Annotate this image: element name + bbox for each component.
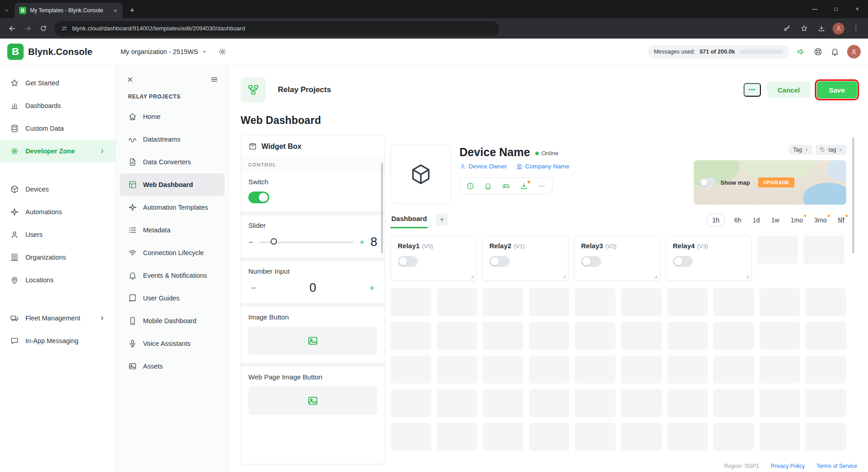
tab-dashboard[interactable]: Dashboard [390, 215, 428, 228]
browser-tab[interactable]: B My Templates - Blynk.Console × [15, 3, 123, 18]
template-nav-item-datastreams[interactable]: Datastreams [120, 128, 225, 151]
template-nav-item-data-converters[interactable]: Data Converters [120, 151, 225, 173]
widget-switch[interactable]: Switch [241, 172, 385, 211]
password-key-icon[interactable] [779, 21, 794, 36]
time-range-3mo[interactable]: 3mo [813, 214, 829, 226]
back-icon[interactable] [5, 21, 20, 36]
sidebar-item-custom-data[interactable]: Custom Data [0, 117, 116, 140]
device-owner-link[interactable]: Device Owner [459, 163, 507, 170]
refresh-icon[interactable] [35, 21, 51, 36]
sidebar-item-automations[interactable]: Automations [0, 201, 116, 223]
canvas-scrollbar[interactable] [852, 138, 854, 253]
more-actions-button[interactable]: ••• [744, 83, 761, 97]
template-nav-item-assets[interactable]: Assets [120, 355, 225, 378]
widget-box-scrollbar[interactable] [381, 162, 383, 253]
resize-handle[interactable] [745, 274, 750, 279]
sidebar-item-devices[interactable]: Devices [0, 178, 116, 201]
sidebar-item-developer-zone[interactable]: Developer Zone [0, 140, 116, 162]
sidebar-item-users[interactable]: Users [0, 223, 116, 246]
user-avatar[interactable] [847, 45, 861, 59]
time-range-1h[interactable]: 1h [707, 214, 725, 226]
bookmark-star-icon[interactable] [796, 21, 812, 36]
widget-card-relay2[interactable]: Relay2(V1) [482, 236, 568, 281]
menu-icon[interactable] [210, 75, 218, 84]
tag-chip[interactable]: tag× [816, 145, 846, 155]
firmware-download-icon[interactable] [520, 182, 528, 190]
widget-card-relay4[interactable]: Relay4(V3) [666, 236, 752, 281]
widget-webpage-image-button[interactable]: Web Page Image Button [241, 363, 385, 423]
widget-image-button[interactable]: Image Button [241, 303, 385, 363]
slider-plus-icon[interactable]: + [360, 238, 365, 246]
time-range-1d[interactable]: 1d [751, 214, 762, 226]
device-control-icon[interactable] [502, 182, 510, 190]
time-range-1w[interactable]: 1w [769, 214, 781, 226]
help-lifebuoy-icon[interactable] [814, 47, 823, 56]
show-map-toggle[interactable] [700, 178, 716, 187]
template-nav-item-metadata[interactable]: Metadata [120, 219, 225, 241]
template-nav-item-automation-templates[interactable]: Automation Templates [120, 196, 225, 219]
time-filter-sliders-icon[interactable] [836, 214, 846, 226]
forward-icon[interactable] [20, 21, 35, 36]
company-name-link[interactable]: Company Name [516, 163, 570, 170]
org-selector[interactable]: My organization - 2515WS [121, 48, 208, 55]
remove-tag-icon[interactable]: × [805, 147, 808, 152]
widget-number-input[interactable]: Number Input − 0 + [241, 257, 385, 303]
maximize-button[interactable]: □ [825, 0, 847, 18]
close-icon[interactable] [126, 76, 134, 84]
site-settings-icon[interactable] [61, 25, 68, 32]
terms-of-service-link[interactable]: Terms of Service [817, 463, 857, 469]
template-nav-item-voice-assistants[interactable]: Voice Assistants [120, 332, 225, 355]
device-more-icon[interactable] [538, 182, 546, 190]
relay3-toggle[interactable] [581, 256, 601, 267]
template-nav-item-user-guides[interactable]: User Guides [120, 287, 225, 310]
sidebar-item-get-started[interactable]: Get Started [0, 72, 116, 94]
device-notifications-icon[interactable] [484, 182, 492, 190]
tab-close-icon[interactable]: × [113, 7, 118, 14]
resize-handle[interactable] [653, 274, 658, 279]
time-range-6h[interactable]: 6h [732, 214, 743, 226]
downloads-icon[interactable] [814, 21, 829, 36]
template-nav-item-home[interactable]: Home [120, 105, 225, 128]
sidebar-item-locations[interactable]: Locations [0, 269, 116, 291]
sidebar-item-fleet-management[interactable]: Fleet Management [0, 307, 116, 329]
slider-knob[interactable] [271, 238, 277, 245]
save-button[interactable]: Save [817, 81, 857, 98]
relay1-toggle[interactable] [398, 256, 418, 267]
widget-card-relay3[interactable]: Relay3(V2) [574, 236, 660, 281]
cancel-button[interactable]: Cancel [767, 82, 810, 98]
privacy-policy-link[interactable]: Privacy Policy [771, 463, 805, 469]
template-nav-item-web-dashboard[interactable]: Web Dashboard [120, 173, 225, 196]
resize-handle[interactable] [562, 274, 566, 279]
widget-card-relay1[interactable]: Relay1(V0) [390, 236, 477, 281]
browser-profile-avatar[interactable] [833, 23, 844, 34]
time-range-1mo[interactable]: 1mo [789, 214, 805, 226]
number-minus-icon[interactable]: − [251, 284, 256, 292]
url-bar[interactable]: blynk.cloud/dashboard/914002/templates/e… [54, 21, 499, 36]
resize-handle[interactable] [470, 274, 474, 279]
close-window-button[interactable]: × [847, 0, 868, 18]
new-tab-button[interactable]: + [125, 4, 139, 17]
tab-search-icon[interactable] [0, 3, 14, 18]
notifications-bell-icon[interactable] [830, 47, 839, 56]
template-nav-item-mobile-dashboard[interactable]: Mobile Dashboard [120, 310, 225, 332]
device-image-placeholder[interactable] [390, 145, 451, 204]
relay4-toggle[interactable] [673, 256, 693, 267]
device-info-icon[interactable] [466, 182, 474, 190]
widget-slider[interactable]: Slider − + 8 [241, 211, 385, 257]
template-nav-item-connection-lifecycle[interactable]: Connection Lifecycle [120, 241, 225, 264]
blynk-logo[interactable]: B [7, 44, 24, 60]
upgrade-badge[interactable]: UPGRADE [758, 177, 794, 187]
number-plus-icon[interactable]: + [370, 284, 375, 292]
slider-track[interactable] [259, 241, 354, 243]
tag-chip[interactable]: Tag× [789, 145, 812, 155]
browser-menu-icon[interactable] [848, 21, 863, 36]
sidebar-item-in-app-messaging[interactable]: In-App Messaging [0, 329, 116, 352]
template-nav-item-events-notifications[interactable]: Events & Notifications [120, 264, 225, 287]
sidebar-item-organizations[interactable]: Organizations [0, 246, 116, 269]
org-settings-gear-icon[interactable] [218, 48, 227, 56]
announcement-icon[interactable] [797, 47, 806, 56]
sidebar-item-dashboards[interactable]: Dashboards [0, 94, 116, 117]
slider-minus-icon[interactable]: − [248, 238, 253, 246]
remove-tag-icon[interactable]: × [839, 147, 842, 152]
relay2-toggle[interactable] [489, 256, 509, 267]
